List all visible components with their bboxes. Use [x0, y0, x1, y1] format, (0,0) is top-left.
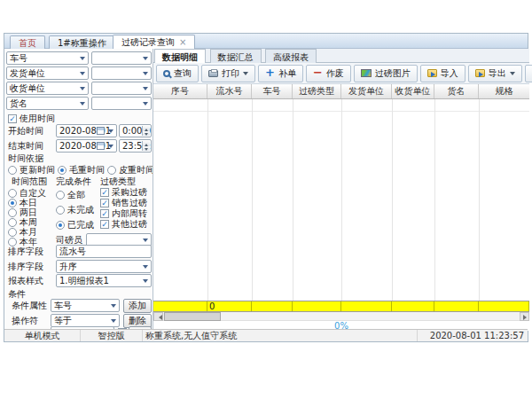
chevron-down-icon — [143, 102, 148, 108]
column-header-vehicle[interactable]: 车号 — [252, 84, 293, 98]
filter-value-receiver-select[interactable] — [91, 82, 152, 95]
import-button[interactable]: 导入 — [420, 65, 466, 82]
start-time-spinner[interactable]: 0:00:00 — [119, 124, 152, 137]
spin-down-icon[interactable] — [143, 131, 150, 137]
tab-weigh-record-query[interactable]: 过磅记录查询× — [113, 35, 195, 49]
filter-value-vehicle-select[interactable] — [91, 51, 152, 65]
print-button[interactable]: 打印 — [201, 65, 255, 82]
tab-weigh-record-query-label: 过磅记录查询 — [121, 37, 175, 47]
filter-field-goods-select[interactable]: 货名 — [6, 97, 89, 110]
main-tab-bar: 首页 1#称重操作 过磅记录查询× — [4, 34, 528, 49]
spinner-buttons[interactable] — [142, 126, 150, 136]
column-header-weigh-type[interactable]: 过磅类型 — [293, 84, 341, 98]
start-date-picker[interactable]: 2020-08-01 — [56, 124, 117, 137]
chevron-down-icon — [143, 72, 148, 78]
report-style-select[interactable]: 1.明细报表1 — [56, 274, 152, 287]
radio-icon — [107, 166, 116, 175]
finish-state-label: 完成条件 — [56, 176, 91, 187]
filter-value-goods-select[interactable] — [91, 97, 152, 110]
scrollbar-thumb[interactable] — [164, 312, 221, 321]
start-time-label: 开始时间 — [8, 126, 43, 137]
grid-body — [153, 99, 529, 301]
supplement-order-button[interactable]: 补单 — [258, 65, 303, 82]
column-header-spec[interactable]: 规格 — [479, 84, 529, 98]
export-button[interactable]: 导出 — [468, 65, 522, 82]
app-window: 首页 1#称重操作 过磅记录查询× 车号 发货单位 收货单位 货名 使用时间 开… — [4, 33, 528, 342]
data-panel: 数据明细 数据汇总 高级报表 查询 打印 补单 作废 过磅图片 导入 导出 设置… — [153, 49, 529, 331]
chevron-down-icon — [80, 102, 85, 108]
radio-icon — [8, 228, 17, 237]
export-icon — [475, 69, 485, 77]
chevron-down-icon — [108, 145, 113, 151]
image-icon — [361, 69, 372, 77]
radio-icon — [8, 189, 17, 198]
tab-data-detail[interactable]: 数据明细 — [154, 49, 206, 63]
column-header-receiver[interactable]: 收货单位 — [392, 84, 434, 98]
add-condition-button[interactable]: 添加 — [123, 299, 152, 313]
tab-home[interactable]: 首页 — [10, 35, 45, 49]
sort-field-1-label: 排序字段 — [8, 246, 43, 257]
radio-finished[interactable]: 已完成 — [56, 220, 94, 230]
calendar-icon — [97, 127, 105, 135]
condition-attr-select[interactable]: 车号 — [51, 299, 120, 312]
checkbox-other-weigh[interactable]: 其他过磅 — [100, 219, 147, 229]
checkbox-icon — [100, 209, 109, 218]
chevron-down-icon — [143, 239, 148, 245]
filter-field-receiver-select[interactable]: 收货单位 — [6, 82, 89, 95]
end-time-spinner[interactable]: 23:59:59 — [119, 139, 152, 153]
checkbox-internal-transfer[interactable]: 内部周转 — [100, 208, 147, 218]
filter-value-shipper-select[interactable] — [91, 66, 152, 80]
radio-icon — [8, 208, 17, 217]
tab-home-label: 首页 — [19, 38, 36, 48]
checkbox-purchase-weigh[interactable]: 采购过磅 — [100, 187, 147, 197]
use-time-checkbox[interactable]: 使用时间 — [8, 113, 55, 123]
radio-tare-time[interactable]: 皮重时间 — [107, 165, 153, 175]
tab-weigh-operation-label: 1#称重操作 — [58, 38, 106, 48]
checkbox-icon — [100, 199, 109, 207]
radio-icon — [56, 221, 65, 230]
weigh-pictures-button[interactable]: 过磅图片 — [354, 65, 418, 82]
chevron-down-icon — [80, 87, 85, 93]
radio-icon — [56, 206, 65, 215]
chevron-down-icon — [143, 87, 148, 93]
radio-all[interactable]: 全部 — [56, 190, 85, 200]
status-edition: 智控版 — [81, 330, 143, 341]
scroll-left-icon[interactable] — [153, 312, 163, 321]
column-header-shipper[interactable]: 发货单位 — [341, 84, 392, 98]
spinner-buttons[interactable] — [142, 141, 150, 151]
operator-select[interactable]: 等于 — [51, 314, 120, 327]
spin-down-icon[interactable] — [143, 146, 150, 152]
tab-weigh-operation[interactable]: 1#称重操作 — [49, 35, 115, 49]
column-header-goods[interactable]: 货名 — [434, 84, 479, 98]
sort-order-select[interactable]: 升序 — [56, 260, 152, 273]
filter-field-shipper-label: 发货单位 — [10, 68, 45, 78]
checkbox-icon — [100, 188, 109, 197]
filter-field-goods-label: 货名 — [10, 98, 27, 108]
condition-label: 条件 — [8, 289, 26, 300]
filter-field-shipper-select[interactable]: 发货单位 — [6, 66, 89, 80]
checkbox-sale-weigh[interactable]: 销售过磅 — [100, 198, 147, 207]
filter-field-vehicle-select[interactable]: 车号 — [6, 51, 89, 65]
radio-icon — [58, 166, 66, 175]
column-header-serial[interactable]: 流水号 — [207, 84, 252, 98]
radio-update-time[interactable]: 更新时间 — [8, 165, 55, 175]
void-button[interactable]: 作废 — [306, 65, 351, 82]
tab-data-summary[interactable]: 数据汇总 — [210, 49, 262, 63]
radio-gross-time[interactable]: 毛重时间 — [58, 165, 105, 175]
settings-button[interactable]: 设置 — [525, 65, 532, 82]
scroll-right-icon[interactable] — [520, 312, 529, 321]
time-range-label: 时间范围 — [12, 176, 47, 187]
close-icon[interactable]: × — [179, 37, 186, 47]
sort-field-1-input[interactable]: 流水号 — [56, 245, 152, 258]
chevron-down-icon — [243, 72, 248, 78]
radio-this-year[interactable]: 本年 — [8, 237, 37, 246]
radio-unfinished[interactable]: 未完成 — [56, 205, 94, 215]
column-header-index[interactable]: 序号 — [153, 84, 207, 98]
calendar-icon — [97, 142, 105, 150]
chevron-down-icon — [143, 279, 148, 286]
end-date-picker[interactable]: 2020-08-01 — [56, 139, 117, 153]
query-button[interactable]: 查询 — [156, 65, 199, 82]
horizontal-scrollbar[interactable] — [153, 312, 529, 321]
end-time-label: 结束时间 — [8, 141, 43, 152]
tab-advanced-report[interactable]: 高级报表 — [265, 49, 317, 63]
